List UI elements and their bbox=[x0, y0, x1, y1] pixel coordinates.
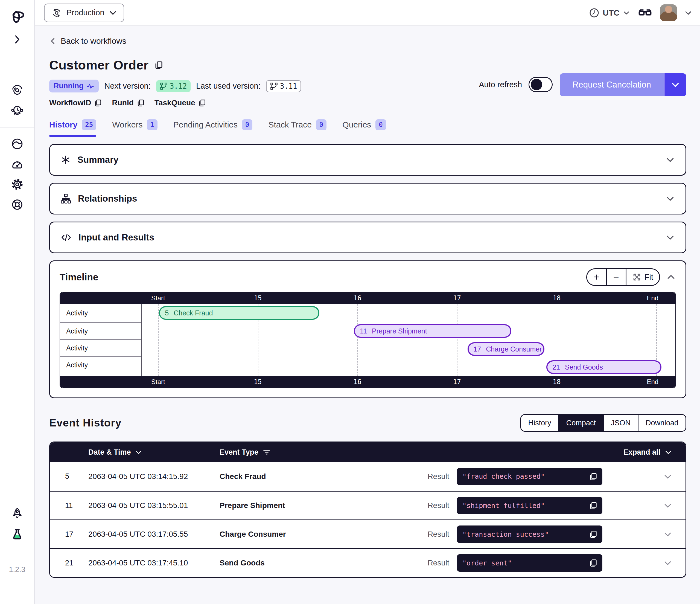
sidebar-item-usage[interactable] bbox=[8, 155, 26, 173]
timezone-selector[interactable]: UTC bbox=[589, 8, 630, 18]
tab-count: 1 bbox=[147, 119, 157, 130]
download-button[interactable]: Download bbox=[638, 415, 685, 431]
event-row-check-fraud[interactable]: 5 2063-04-05 UTC 03:14:15.92 Check Fraud… bbox=[50, 462, 685, 491]
chevron-down-icon bbox=[663, 530, 672, 539]
sidebar-item-schedules[interactable] bbox=[8, 102, 26, 119]
timeline-bar-send-goods[interactable]: 21 Send Goods bbox=[546, 360, 661, 374]
view-label: Compact bbox=[566, 419, 596, 427]
relationships-section[interactable]: Relationships bbox=[49, 183, 686, 215]
expand-row-button[interactable] bbox=[663, 501, 672, 510]
view-history-button[interactable]: History bbox=[521, 415, 558, 431]
avatar[interactable] bbox=[660, 4, 677, 21]
chevron-down-icon bbox=[664, 448, 672, 456]
timeline-zoom-control: + − Fit bbox=[586, 268, 660, 286]
sidebar-expand-button[interactable] bbox=[8, 31, 26, 48]
view-json-button[interactable]: JSON bbox=[603, 415, 638, 431]
tab-history[interactable]: History 25 bbox=[49, 119, 96, 137]
result-chip: "fraud check passed" bbox=[457, 468, 602, 485]
task-queue-copy[interactable]: TaskQueue bbox=[154, 98, 206, 107]
cancelation-options-button[interactable] bbox=[665, 73, 686, 96]
result-label: Result bbox=[408, 472, 449, 481]
timeline-bar-prepare-shipment[interactable]: 11 Prepare Shipment bbox=[354, 324, 511, 338]
fit-label: Fit bbox=[645, 273, 653, 282]
view-label: History bbox=[528, 419, 551, 427]
event-row-charge-consumer[interactable]: 17 2063-04-05 UTC 03:17:05.55 Charge Con… bbox=[50, 520, 685, 548]
event-id: 21 bbox=[65, 559, 88, 567]
sidebar-item-nexus[interactable] bbox=[8, 135, 26, 153]
axis-tick: 16 bbox=[354, 378, 361, 386]
input-results-section[interactable]: Input and Results bbox=[49, 222, 686, 253]
event-type-column-header[interactable]: Event Type bbox=[220, 448, 408, 457]
sidebar-item-settings[interactable] bbox=[8, 176, 26, 193]
zoom-out-button[interactable]: − bbox=[606, 269, 626, 285]
chevron-down-icon bbox=[671, 80, 680, 90]
timeline-collapse-button[interactable] bbox=[666, 272, 676, 282]
status-row: Running Next version: 3.12 bbox=[49, 80, 301, 93]
axis-tick: 17 bbox=[453, 378, 461, 386]
result-label: Result bbox=[408, 530, 449, 539]
tab-stack-trace[interactable]: Stack Trace 0 bbox=[268, 119, 326, 137]
copy-title-button[interactable] bbox=[154, 61, 163, 70]
copy-result-button[interactable] bbox=[589, 501, 597, 510]
account-menu-chevron-down-icon[interactable] bbox=[684, 9, 692, 17]
tab-count: 25 bbox=[82, 119, 96, 130]
event-timestamp: 2063-04-05 UTC 03:17:05.55 bbox=[88, 530, 220, 539]
view-compact-button[interactable]: Compact bbox=[558, 415, 603, 431]
sidebar: 1.2.3 bbox=[0, 0, 35, 604]
expand-row-button[interactable] bbox=[663, 558, 672, 567]
request-cancelation-label: Request Cancelation bbox=[572, 80, 651, 90]
tab-queries[interactable]: Queries 0 bbox=[342, 119, 386, 137]
tab-label: History bbox=[49, 120, 77, 129]
expand-all-button[interactable]: Expand all bbox=[623, 448, 672, 457]
namespace-selector[interactable]: Production bbox=[44, 4, 124, 22]
timeline-body: Activity Activity Activity Activity 5 Ch… bbox=[60, 304, 675, 376]
workflow-id-copy[interactable]: WorkflowID bbox=[49, 98, 102, 107]
event-type: Charge Consumer bbox=[220, 530, 408, 539]
next-version-badge: 3.12 bbox=[156, 80, 191, 92]
workflow-title: Customer Order bbox=[49, 57, 148, 72]
timeline-bar-charge-consumer[interactable]: 17 Charge Consumer bbox=[468, 342, 544, 356]
event-row-prepare-shipment[interactable]: 11 2063-04-05 UTC 03:15:55.01 Prepare Sh… bbox=[50, 491, 685, 520]
gear-icon bbox=[11, 178, 24, 191]
date-time-column-header[interactable]: Date & Time bbox=[88, 448, 220, 457]
copy-result-button[interactable] bbox=[589, 472, 597, 481]
timeline-bar-check-fraud[interactable]: 5 Check Fraud bbox=[159, 306, 319, 320]
back-to-workflows-link[interactable]: Back to workflows bbox=[49, 37, 126, 46]
expand-all-label: Expand all bbox=[623, 448, 660, 457]
copy-icon bbox=[94, 99, 102, 107]
chevron-up-icon bbox=[666, 272, 676, 282]
bar-event-name: Charge Consumer bbox=[486, 345, 542, 353]
copy-icon bbox=[589, 472, 597, 481]
event-row-send-goods[interactable]: 21 2063-04-05 UTC 03:17:45.10 Send Goods… bbox=[50, 548, 685, 577]
zoom-out-label: − bbox=[613, 271, 619, 283]
copy-result-button[interactable] bbox=[589, 530, 597, 539]
axis-tick: End bbox=[647, 294, 658, 302]
labs-mode-toggle[interactable] bbox=[637, 5, 653, 21]
result-label: Result bbox=[408, 501, 449, 510]
copy-result-button[interactable] bbox=[589, 559, 597, 567]
result-label: Result bbox=[408, 559, 449, 567]
result-value: "shipment fulfilled" bbox=[462, 502, 545, 510]
zoom-in-button[interactable]: + bbox=[587, 269, 606, 285]
tab-pending-activities[interactable]: Pending Activities 0 bbox=[173, 119, 253, 137]
expand-row-button[interactable] bbox=[663, 472, 672, 481]
sidebar-item-whats-new[interactable] bbox=[8, 505, 26, 522]
fit-button[interactable]: Fit bbox=[626, 269, 659, 285]
chevron-down-icon bbox=[663, 501, 672, 510]
temporal-logo-icon bbox=[8, 7, 26, 25]
chevron-down-icon bbox=[109, 9, 117, 17]
auto-refresh-toggle[interactable] bbox=[529, 77, 553, 92]
result-value: "fraud check passed" bbox=[462, 473, 545, 480]
sidebar-item-support[interactable] bbox=[8, 196, 26, 213]
sidebar-item-labs[interactable] bbox=[8, 526, 26, 543]
expand-row-button[interactable] bbox=[663, 530, 672, 539]
tab-workers[interactable]: Workers 1 bbox=[112, 119, 157, 137]
task-queue-label: TaskQueue bbox=[154, 98, 195, 107]
back-link-label: Back to workflows bbox=[61, 37, 126, 46]
request-cancelation-button[interactable]: Request Cancelation bbox=[560, 73, 664, 96]
namespace-label: Production bbox=[67, 8, 104, 17]
run-id-copy[interactable]: RunId bbox=[112, 98, 144, 107]
summary-section[interactable]: Summary bbox=[49, 144, 686, 176]
sidebar-item-workflows[interactable] bbox=[8, 81, 26, 98]
copy-icon bbox=[589, 501, 597, 510]
